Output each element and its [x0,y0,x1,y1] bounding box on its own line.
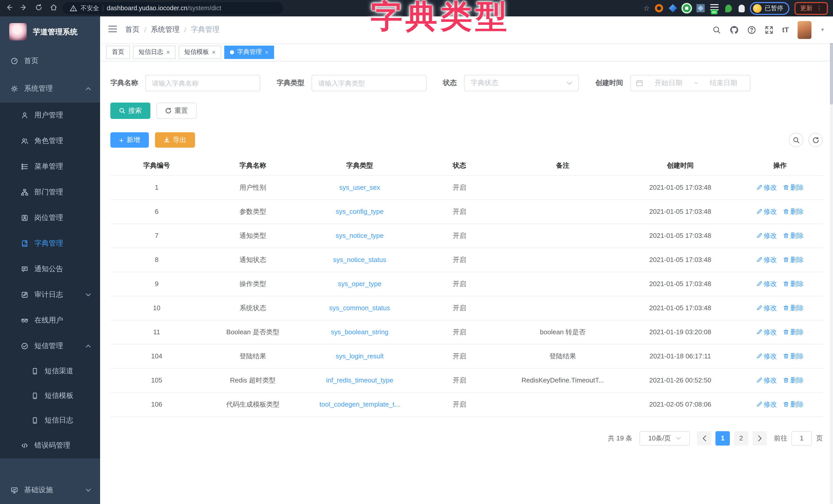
export-button[interactable]: 导出 [155,132,195,148]
browser-update-button[interactable]: 更新 ⋮ [794,2,828,15]
reload-icon[interactable] [35,4,43,13]
page-button-1[interactable]: 1 [715,431,730,445]
edit-link[interactable]: 修改 [756,303,777,312]
app-logo-row[interactable]: 芋道管理系统 [0,17,100,47]
delete-link[interactable]: 删除 [783,279,804,288]
blue-gem-extension-icon[interactable] [669,4,677,12]
sidebar-item-通知公告[interactable]: 通知公告 [0,256,100,282]
sidebar-item-错误码管理[interactable]: 错误码管理 [0,433,100,458]
home-icon[interactable] [50,4,57,13]
breadcrumb-item[interactable]: 首页 [125,25,140,34]
dict-type-link[interactable]: sys_config_type [336,208,383,215]
sidebar-item-短信模板[interactable]: 短信模板 [0,383,100,408]
edit-link[interactable]: 修改 [756,231,777,240]
dict-name-input[interactable] [145,75,260,91]
delete-link[interactable]: 删除 [783,351,804,361]
breadcrumb-item[interactable]: 系统管理 [151,25,180,34]
user-avatar[interactable] [798,21,811,39]
show-search-toggle-button[interactable] [789,133,803,147]
profile-paused-badge[interactable]: 已暂停 [750,2,789,15]
sidebar-item-系统管理[interactable]: 系统管理 [0,75,100,103]
prev-page-button[interactable] [697,431,711,445]
delete-link[interactable]: 删除 [783,255,804,264]
green-circle-extension-icon[interactable] [683,4,691,12]
edit-link[interactable]: 修改 [756,183,777,192]
search-icon[interactable] [712,25,721,34]
sidebar-item-菜单管理[interactable]: 菜单管理 [0,154,100,179]
edit-link[interactable]: 修改 [756,207,777,216]
dict-type-link[interactable]: sys_user_sex [339,183,380,191]
status-select[interactable]: 字典状态 [464,75,579,91]
delete-link[interactable]: 删除 [783,400,804,409]
ghost-extension-icon[interactable] [739,4,745,12]
page-scrollbar[interactable] [830,17,833,504]
cube-extension-icon[interactable] [696,4,705,12]
column-header: 备注 [502,156,623,175]
sidebar-item-用户管理[interactable]: 用户管理 [0,103,100,128]
plant-extension-icon[interactable] [725,4,732,12]
close-icon[interactable]: × [166,48,170,56]
delete-link[interactable]: 删除 [783,207,804,216]
sidebar-item-岗位管理[interactable]: 岗位管理 [0,205,100,231]
date-range-picker[interactable]: 开始日期 ~ 结束日期 [630,75,751,91]
back-icon[interactable] [5,4,13,13]
dict-type-link[interactable]: sys_boolean_string [331,328,388,336]
sidebar-item-角色管理[interactable]: 角色管理 [0,128,100,154]
sidebar-item-基础设施[interactable]: 基础设施 [0,476,100,504]
dict-type-link[interactable]: inf_redis_timeout_type [326,376,394,384]
next-page-button[interactable] [753,431,767,445]
close-icon[interactable]: × [212,48,216,56]
url-bar[interactable]: 不安全 dashboard.yudao.iocoder.cn/system/di… [63,2,283,14]
dict-type-link[interactable]: tool_codegen_template_t... [319,400,400,408]
edit-link[interactable]: 修改 [756,400,777,409]
orange-donut-extension-icon[interactable] [655,4,663,12]
goto-page-input[interactable] [791,431,812,445]
bookmark-star-icon[interactable]: ☆ [643,5,650,12]
delete-link[interactable]: 删除 [783,231,804,240]
tab-短信日志[interactable]: 短信日志× [133,45,175,59]
dict-type-link[interactable]: sys_notice_status [333,256,386,263]
page-button-2[interactable]: 2 [734,431,748,445]
sidebar-item-首页[interactable]: 首页 [0,47,100,75]
edit-link[interactable]: 修改 [756,255,777,264]
add-button[interactable]: + 新增 [110,132,149,148]
dict-type-link[interactable]: sys_common_status [329,304,390,312]
fullscreen-icon[interactable] [765,25,774,34]
tab-字典管理[interactable]: 字典管理× [224,45,274,59]
close-icon[interactable]: × [265,48,268,56]
delete-link[interactable]: 删除 [783,303,804,312]
refresh-table-button[interactable] [808,133,823,147]
sidebar-item-短信日志[interactable]: 短信日志 [0,408,100,433]
sidebar-item-在线用户[interactable]: 在线用户 [0,308,100,333]
edit-link[interactable]: 修改 [756,376,777,385]
page-size-select[interactable]: 10条/页 [640,431,690,445]
calendar-icon [636,79,643,87]
delete-link[interactable]: 删除 [783,376,804,385]
edit-link[interactable]: 修改 [756,327,777,336]
edit-link[interactable]: 修改 [756,279,777,288]
delete-link[interactable]: 删除 [783,327,804,336]
reset-button[interactable]: 重置 [157,103,196,119]
font-size-icon[interactable]: tT [782,26,789,34]
sidebar-item-审计日志[interactable]: 审计日志 [0,282,100,308]
tab-首页[interactable]: 首页 [106,45,130,59]
list-extension-icon[interactable]: on [710,4,718,10]
sidebar-item-字典管理[interactable]: 字典管理 [0,231,100,256]
search-button[interactable]: 搜索 [110,103,150,119]
sidebar-item-短信管理[interactable]: 短信管理 [0,333,100,359]
sidebar-item-短信渠道[interactable]: 短信渠道 [0,359,100,383]
hamburger-icon[interactable] [108,25,117,34]
sidebar-item-部门管理[interactable]: 部门管理 [0,179,100,205]
dict-type-input[interactable] [312,75,427,91]
dict-type-link[interactable]: sys_oper_type [338,280,381,287]
forward-icon[interactable] [20,4,28,13]
github-icon[interactable] [730,25,739,34]
delete-link[interactable]: 删除 [783,183,804,192]
tab-短信模板[interactable]: 短信模板× [178,45,221,59]
edit-link[interactable]: 修改 [756,351,777,361]
help-icon[interactable] [747,25,756,34]
menu-dots-icon[interactable]: ⋮ [816,5,822,12]
dict-type-link[interactable]: sys_notice_type [336,232,383,240]
chevron-down-icon[interactable]: ▼ [820,27,825,32]
dict-type-link[interactable]: sys_login_result [336,352,383,360]
